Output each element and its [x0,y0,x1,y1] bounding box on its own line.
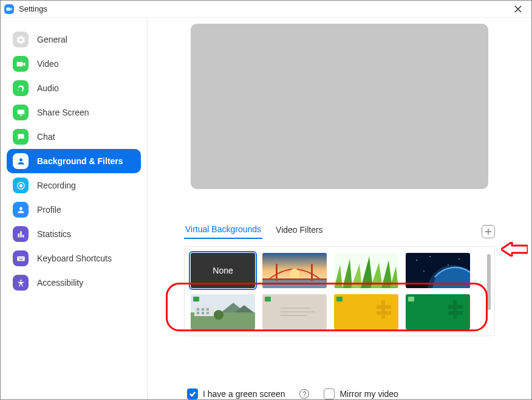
svg-rect-30 [202,312,204,314]
sidebar-item-chat[interactable]: Chat [7,125,141,149]
sidebar-item-general[interactable]: General [7,27,141,52]
titlebar: Settings [1,1,531,18]
share-icon [13,105,29,120]
svg-rect-38 [281,315,307,316]
svg-rect-5 [21,257,22,258]
svg-point-21 [423,271,425,272]
sidebar-item-background-filters[interactable]: Background & Filters [7,149,141,173]
sidebar: General Video Audio Share Screen [1,18,148,399]
gear-icon [13,32,29,47]
sidebar-item-label: Recording [37,181,76,190]
headphones-icon [13,80,29,96]
svg-rect-27 [202,308,204,311]
sidebar-item-label: Accessibility [37,278,83,288]
tab-virtual-backgrounds[interactable]: Virtual Backgrounds [184,224,262,239]
add-image-button[interactable] [482,225,495,238]
bg-thumb-earth[interactable] [406,253,470,288]
svg-rect-12 [311,264,313,281]
tabs: Virtual Backgrounds Video Filters [184,224,495,239]
checkbox-mirror-video[interactable]: Mirror my video [324,388,398,399]
sidebar-item-statistics[interactable]: Statistics [7,222,141,246]
sidebar-item-label: Keyboard Shortcuts [37,253,112,263]
sidebar-item-accessibility[interactable]: Accessibility [7,271,141,295]
bg-thumb-golden-gate[interactable] [262,253,327,288]
svg-rect-37 [281,311,315,312]
svg-rect-4 [19,257,20,258]
person-icon [13,153,29,169]
svg-point-1 [19,184,22,187]
svg-rect-26 [197,308,199,311]
record-icon [13,178,29,193]
svg-point-18 [429,256,431,257]
sidebar-item-label: Chat [37,132,55,142]
footer-options: I have a green screen ? Mirror my video [187,388,495,399]
help-icon[interactable]: ? [299,389,309,399]
sidebar-item-share-screen[interactable]: Share Screen [7,100,141,125]
svg-rect-45 [408,297,414,302]
bg-thumb-brand-green[interactable] [406,294,470,329]
video-icon [13,56,29,72]
none-label: None [213,266,233,275]
sidebar-item-label: Video [37,59,59,69]
sidebar-item-label: Audio [37,83,59,93]
svg-rect-25 [194,306,214,316]
svg-rect-36 [281,308,311,309]
bg-thumb-brand-light[interactable] [262,294,327,329]
sidebar-item-profile[interactable]: Profile [7,198,141,222]
chat-icon [13,129,29,145]
svg-rect-2 [17,256,25,261]
settings-window: Settings General Video [0,0,532,400]
svg-rect-10 [262,280,327,288]
svg-rect-13 [262,278,327,280]
checked-icon [187,388,198,399]
background-gallery: None [184,246,495,336]
video-preview [191,24,488,189]
gallery-scrollbar[interactable] [487,254,491,310]
mirror-label: Mirror my video [339,389,398,399]
bg-thumb-grass[interactable] [334,253,398,288]
svg-rect-35 [265,297,271,302]
svg-rect-43 [381,300,385,319]
sidebar-item-label: Statistics [37,229,71,239]
tab-video-filters[interactable]: Video Filters [275,225,324,238]
sidebar-item-label: Profile [37,205,61,215]
bg-thumb-campus[interactable] [191,294,255,329]
sidebar-item-recording[interactable]: Recording [7,173,141,198]
svg-rect-11 [276,264,278,281]
sidebar-item-keyboard-shortcuts[interactable]: Keyboard Shortcuts [7,246,141,271]
sidebar-item-label: General [37,35,67,44]
svg-point-8 [20,279,22,281]
svg-rect-29 [197,312,199,314]
checkbox-green-screen[interactable]: I have a green screen [187,388,285,399]
svg-rect-48 [453,300,457,319]
svg-rect-33 [193,297,199,302]
green-screen-label: I have a green screen [203,389,285,399]
svg-point-19 [459,258,460,260]
close-button[interactable] [508,1,528,18]
window-title: Settings [19,4,47,13]
svg-point-17 [416,260,417,261]
svg-rect-31 [206,312,209,314]
svg-point-14 [290,269,299,278]
svg-rect-7 [19,259,22,260]
sidebar-item-video[interactable]: Video [7,52,141,76]
keyboard-icon [13,250,29,266]
profile-icon [13,202,29,218]
svg-point-20 [448,264,449,266]
sidebar-item-label: Background & Filters [37,156,123,166]
main-panel: Virtual Backgrounds Video Filters None [148,18,531,399]
bg-thumb-none[interactable]: None [191,253,255,288]
annotation-arrow [501,242,528,257]
svg-point-32 [214,310,223,320]
body: General Video Audio Share Screen [1,18,531,399]
sidebar-item-label: Share Screen [37,108,89,117]
stats-icon [13,226,29,242]
svg-rect-40 [336,297,343,302]
accessibility-icon [13,275,29,291]
app-video-icon [4,4,14,14]
bg-thumb-brand-yellow[interactable] [334,294,398,329]
svg-rect-28 [206,308,209,311]
svg-rect-3 [18,257,19,258]
svg-rect-6 [22,257,23,258]
sidebar-item-audio[interactable]: Audio [7,76,141,100]
